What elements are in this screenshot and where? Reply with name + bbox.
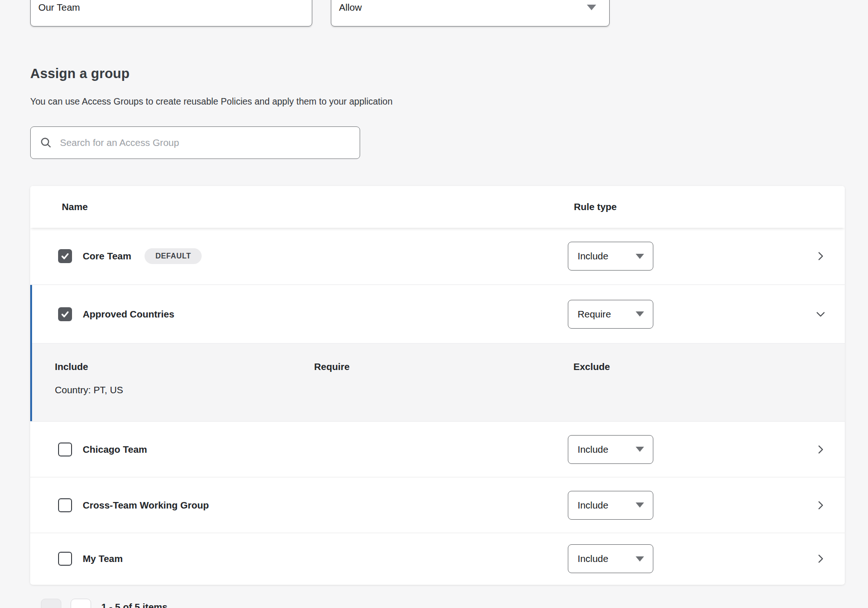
details-require-column: Require bbox=[314, 361, 573, 396]
checkbox-cross-team-working-group[interactable] bbox=[58, 498, 72, 512]
table-row-chicago-team: Chicago Team Include bbox=[30, 421, 845, 477]
table-row-my-team: My Team Include bbox=[30, 533, 845, 584]
column-header-rule-type: Rule type bbox=[574, 201, 617, 212]
action-select[interactable]: Allow bbox=[331, 0, 610, 26]
caret-down-icon bbox=[636, 311, 644, 317]
row-label: Core Team bbox=[83, 251, 131, 262]
caret-down-icon bbox=[587, 5, 596, 10]
table-row-cross-team-working-group: Cross-Team Working Group Include bbox=[30, 477, 845, 533]
policy-name-input[interactable] bbox=[31, 0, 312, 26]
rule-type-value: Require bbox=[578, 309, 611, 320]
rule-type-value: Include bbox=[578, 444, 608, 455]
access-group-search bbox=[30, 126, 360, 159]
section-description: You can use Access Groups to create reus… bbox=[30, 96, 393, 107]
chevron-right-icon[interactable] bbox=[815, 250, 827, 262]
policy-name-field bbox=[30, 0, 312, 26]
row-label: Chicago Team bbox=[83, 444, 147, 455]
rule-type-value: Include bbox=[578, 251, 608, 262]
row-label: Approved Countries bbox=[83, 309, 174, 320]
details-require-label: Require bbox=[314, 361, 573, 372]
details-exclude-column: Exclude bbox=[573, 361, 833, 396]
rule-type-select-chicago-team[interactable]: Include bbox=[568, 435, 653, 464]
chevron-right-icon[interactable] bbox=[815, 499, 827, 511]
caret-down-icon bbox=[636, 556, 644, 562]
checkmark-icon bbox=[60, 310, 70, 319]
rule-type-value: Include bbox=[578, 500, 608, 511]
pagination: 1 - 5 of 5 items bbox=[41, 599, 167, 608]
rule-type-select-my-team[interactable]: Include bbox=[568, 544, 653, 573]
rule-type-select-core-team[interactable]: Include bbox=[568, 242, 653, 271]
checkbox-core-team[interactable] bbox=[58, 249, 72, 263]
chevron-right-icon[interactable] bbox=[815, 443, 827, 456]
row-label: Cross-Team Working Group bbox=[83, 500, 209, 511]
table-header: Name Rule type bbox=[30, 186, 845, 228]
table-row-core-team: Core Team DEFAULT Include bbox=[30, 228, 845, 284]
pagination-range-label: 1 - 5 of 5 items bbox=[101, 601, 167, 608]
table-row-group-approved-countries: Approved Countries Require Include Count… bbox=[30, 284, 845, 421]
checkbox-my-team[interactable] bbox=[58, 552, 72, 566]
rule-type-select-approved-countries[interactable]: Require bbox=[568, 300, 653, 329]
column-header-name: Name bbox=[62, 201, 88, 212]
details-exclude-label: Exclude bbox=[573, 361, 833, 372]
search-icon bbox=[40, 137, 52, 149]
search-input[interactable] bbox=[52, 127, 360, 159]
caret-down-icon bbox=[636, 447, 644, 452]
chevron-down-icon[interactable] bbox=[815, 308, 827, 320]
action-select-value: Allow bbox=[339, 2, 362, 13]
checkmark-icon bbox=[60, 251, 70, 261]
row-label: My Team bbox=[83, 553, 123, 564]
page-title: Assign a group bbox=[30, 66, 130, 81]
access-groups-table: Name Rule type Core Team DEFAULT Include bbox=[30, 186, 845, 585]
details-include-column: Include Country: PT, US bbox=[55, 361, 314, 396]
expanded-rule-details: Include Country: PT, US Require Exclude bbox=[30, 343, 845, 421]
details-include-value: Country: PT, US bbox=[55, 384, 314, 396]
rule-type-value: Include bbox=[578, 553, 608, 564]
rule-type-select-cross-team-working-group[interactable]: Include bbox=[568, 491, 653, 520]
next-page-button[interactable] bbox=[71, 599, 91, 608]
checkbox-chicago-team[interactable] bbox=[58, 443, 72, 456]
previous-page-button[interactable] bbox=[41, 599, 61, 608]
table-row-approved-countries: Approved Countries Require bbox=[30, 285, 845, 343]
caret-down-icon bbox=[636, 254, 644, 259]
action-select-face[interactable]: Allow bbox=[331, 0, 609, 26]
chevron-right-icon[interactable] bbox=[815, 553, 827, 565]
caret-down-icon bbox=[636, 502, 644, 508]
checkbox-approved-countries[interactable] bbox=[58, 307, 72, 321]
details-include-label: Include bbox=[55, 361, 314, 372]
default-badge: DEFAULT bbox=[145, 248, 202, 264]
